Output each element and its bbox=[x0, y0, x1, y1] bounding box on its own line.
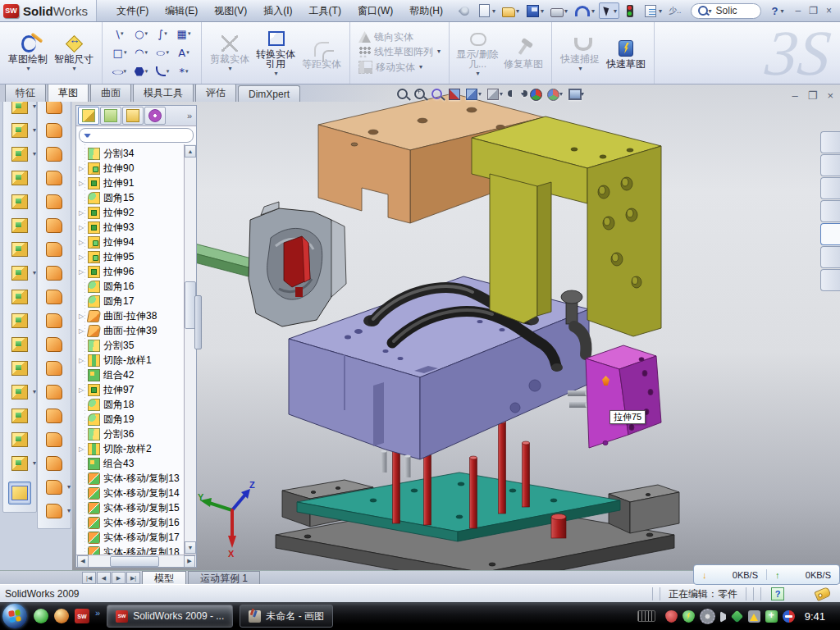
surface-tool-button[interactable] bbox=[43, 214, 66, 237]
view-settings-icon[interactable]: ▾ bbox=[546, 88, 563, 100]
surface-tool-button[interactable] bbox=[43, 404, 66, 427]
tree-horizontal-scrollbar[interactable]: ◀ ▶ bbox=[76, 555, 196, 567]
doc-close-button[interactable]: × bbox=[827, 89, 833, 102]
feature-tool-button[interactable] bbox=[8, 238, 31, 261]
surface-tool-button[interactable] bbox=[43, 452, 66, 475]
tree-item[interactable]: ▷ 圆角17 bbox=[78, 294, 184, 308]
tray-security-red-icon[interactable] bbox=[665, 610, 678, 623]
configurationmanager-tab[interactable] bbox=[122, 107, 144, 125]
tree-item[interactable]: ▷ 曲面-拉伸38 bbox=[78, 308, 184, 323]
tree-item[interactable]: ▷ 切除-放样1 bbox=[78, 353, 184, 368]
quick-tips-icon[interactable]: ? bbox=[771, 587, 784, 600]
menu-item[interactable]: 视图(V) bbox=[206, 2, 255, 21]
expand-arrow-icon[interactable]: ▷ bbox=[79, 209, 86, 217]
feature-tool-button[interactable]: ▾ bbox=[8, 262, 31, 285]
tree-item[interactable]: ▷ 拉伸92 bbox=[78, 205, 184, 220]
feature-tool-button[interactable]: ▾ bbox=[8, 143, 31, 166]
tree-item[interactable]: ▷ 圆角18 bbox=[78, 397, 184, 412]
magnified-selection-icon[interactable] bbox=[431, 88, 443, 100]
feature-tool-button[interactable]: ▾ bbox=[8, 452, 31, 475]
expand-arrow-icon[interactable]: ▷ bbox=[79, 327, 86, 335]
feature-tool-button[interactable] bbox=[8, 428, 31, 451]
display-style-icon[interactable]: ▾ bbox=[486, 88, 503, 100]
surface-tool-button[interactable] bbox=[43, 143, 66, 166]
expand-arrow-icon[interactable]: ▷ bbox=[79, 224, 86, 231]
tree-item[interactable]: ▷ 分割35 bbox=[78, 338, 184, 353]
quicklaunch-app-icon[interactable] bbox=[54, 609, 69, 623]
rebuild-button[interactable] bbox=[621, 3, 639, 19]
tree-item[interactable]: ▷ 拉伸95 bbox=[78, 249, 184, 264]
tag-icon[interactable] bbox=[814, 587, 831, 601]
smart-dimension-button[interactable]: 智能尺寸▾ bbox=[51, 31, 97, 75]
surface-tool-button[interactable] bbox=[43, 333, 66, 356]
surface-tool-button[interactable]: ▾ bbox=[43, 476, 66, 499]
tree-item[interactable]: ▷ 拉伸96 bbox=[78, 264, 184, 279]
surface-tool-button[interactable] bbox=[43, 285, 66, 308]
task-pane-tab[interactable] bbox=[820, 246, 840, 268]
motion-study-tab[interactable]: 运动算例 1 bbox=[188, 571, 260, 585]
quicklaunch-solidworks-icon[interactable]: SW bbox=[75, 609, 89, 623]
quick-snaps-button[interactable]: 快速捕捉▾ bbox=[557, 31, 603, 75]
surface-tool-button[interactable]: ▾ bbox=[43, 500, 66, 523]
propertymanager-tab[interactable] bbox=[100, 107, 121, 125]
tree-item[interactable]: ▷ 分割36 bbox=[78, 427, 184, 441]
feature-tool-button[interactable]: ▾ bbox=[8, 119, 31, 142]
command-tab[interactable]: 模具工具 bbox=[133, 83, 194, 102]
task-pane-tab[interactable] bbox=[820, 177, 840, 199]
feature-tool-button[interactable] bbox=[8, 167, 31, 189]
tree-item[interactable]: ▷ 拉伸93 bbox=[78, 220, 184, 235]
part-core-insert[interactable] bbox=[183, 202, 346, 326]
sketch-entity-button[interactable]: ◠▾ bbox=[130, 43, 152, 62]
task-pane-tab[interactable] bbox=[820, 223, 840, 245]
last-tab-button[interactable]: ▶| bbox=[126, 572, 140, 584]
surface-tool-button[interactable] bbox=[43, 119, 66, 142]
tree-item[interactable]: ▷ 实体-移动/复制15 bbox=[78, 500, 184, 515]
surface-tool-button[interactable] bbox=[43, 309, 66, 332]
view-orientation-icon[interactable]: ▾ bbox=[465, 88, 482, 100]
camera-view-icon[interactable]: ▾ bbox=[568, 88, 584, 100]
command-tab[interactable]: DimXpert bbox=[238, 85, 300, 102]
sketch-entity-button[interactable]: ○▾ bbox=[130, 25, 152, 43]
surface-tool-button[interactable] bbox=[43, 381, 66, 404]
surface-tool-button[interactable] bbox=[43, 357, 66, 380]
expand-arrow-icon[interactable]: ▷ bbox=[79, 268, 86, 276]
doc-restore-button[interactable]: ❐ bbox=[808, 89, 818, 102]
new-document-button[interactable]: ▾ bbox=[475, 2, 498, 19]
command-tab[interactable]: 曲面 bbox=[90, 83, 131, 102]
tray-volume-icon[interactable] bbox=[720, 611, 726, 623]
part-side-block[interactable] bbox=[586, 345, 661, 448]
print-button[interactable]: ▾ bbox=[548, 3, 570, 19]
tree-item[interactable]: ▷ 拉伸91 bbox=[78, 176, 184, 190]
tree-item[interactable]: ▷ 拉伸90 bbox=[78, 161, 184, 176]
hide-show-items-icon[interactable]: ▾ bbox=[508, 88, 524, 100]
expand-arrow-icon[interactable]: ▷ bbox=[79, 253, 86, 261]
sketch-button[interactable]: 草图绘制▾ bbox=[5, 31, 51, 75]
feature-tool-button[interactable] bbox=[8, 357, 31, 380]
tree-item[interactable]: ▷ 圆角19 bbox=[78, 412, 184, 427]
menu-item[interactable]: 帮助(H) bbox=[401, 2, 451, 21]
panel-splitter[interactable] bbox=[194, 295, 202, 349]
display-delete-relations-button[interactable]: 显示/删除几...▾ bbox=[454, 26, 500, 80]
move-entities-button[interactable]: 移动实体▾ bbox=[355, 59, 426, 75]
sketch-entity-button[interactable]: ○▾ bbox=[152, 43, 173, 62]
sketch-entity-button[interactable]: ▦▾ bbox=[173, 25, 194, 43]
expand-arrow-icon[interactable]: ▷ bbox=[79, 386, 86, 394]
instant3d-button[interactable] bbox=[8, 482, 31, 504]
tree-item[interactable]: ▷ 曲面-拉伸39 bbox=[78, 323, 184, 338]
tray-health-icon[interactable] bbox=[765, 610, 778, 623]
tree-item[interactable]: ▷ 切除-放样2 bbox=[78, 441, 184, 456]
tree-filter-box[interactable] bbox=[79, 128, 194, 143]
quicklaunch-messenger-icon[interactable] bbox=[34, 609, 48, 623]
restore-button[interactable]: ❐ bbox=[809, 5, 818, 16]
sketch-entity-button[interactable]: ∫▾ bbox=[152, 25, 173, 43]
rapid-sketch-button[interactable]: 快速草图 bbox=[603, 36, 649, 70]
tree-item[interactable]: ▷ 组合43 bbox=[78, 456, 184, 471]
undo-button[interactable]: ▾ bbox=[572, 2, 597, 21]
search-box[interactable]: ▾ Solic bbox=[691, 3, 761, 19]
scroll-right-button[interactable]: ▶ bbox=[184, 555, 195, 568]
linear-sketch-pattern-button[interactable]: 线性草图阵列▾ bbox=[355, 44, 444, 59]
tree-item[interactable]: ▷ 实体-移动/复制16 bbox=[78, 515, 184, 530]
scroll-down-button[interactable]: ▼ bbox=[185, 541, 196, 554]
tree-item[interactable]: ▷ 圆角15 bbox=[78, 190, 184, 205]
sketch-entity-button[interactable]: ▾ bbox=[130, 62, 152, 81]
